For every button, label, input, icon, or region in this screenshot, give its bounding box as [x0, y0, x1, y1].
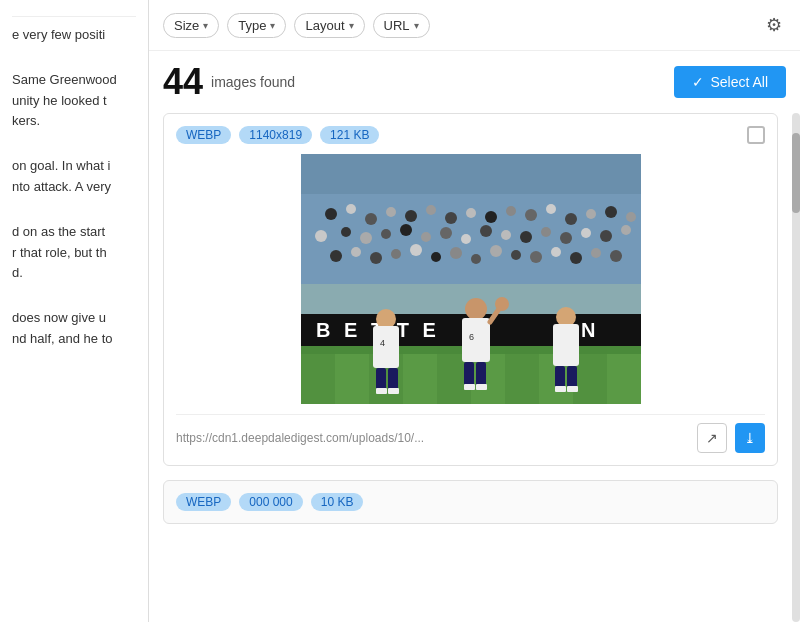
svg-rect-55 [505, 344, 539, 404]
scroll-area[interactable]: WEBP 1140x819 121 KB [149, 113, 792, 622]
webp-badge: WEBP [176, 126, 231, 144]
svg-point-4 [346, 204, 356, 214]
url-chevron-icon: ▾ [414, 20, 419, 31]
svg-point-67 [465, 298, 487, 320]
svg-point-33 [600, 230, 612, 242]
count-label: images found [211, 74, 295, 90]
svg-rect-75 [476, 384, 487, 390]
svg-point-29 [520, 231, 532, 243]
svg-point-37 [370, 252, 382, 264]
svg-point-3 [325, 208, 337, 220]
settings-button[interactable]: ⚙ [762, 10, 786, 40]
svg-point-23 [400, 224, 412, 236]
type-chevron-icon: ▾ [270, 20, 275, 31]
gear-icon: ⚙ [766, 15, 782, 35]
svg-text:N: N [581, 319, 595, 341]
count-bar: 44 images found ✓ Select All [149, 51, 800, 113]
dimensions-badge: 1140x819 [239, 126, 312, 144]
layout-filter-btn[interactable]: Layout ▾ [294, 13, 364, 38]
svg-point-9 [445, 212, 457, 224]
svg-point-8 [426, 205, 436, 215]
image-card-1: WEBP 1140x819 121 KB [163, 113, 778, 466]
svg-point-46 [551, 247, 561, 257]
svg-point-48 [591, 248, 601, 258]
external-link-icon: ↗ [706, 430, 718, 446]
svg-point-41 [450, 247, 462, 259]
svg-point-15 [565, 213, 577, 225]
svg-rect-61 [373, 326, 399, 368]
svg-text:6: 6 [469, 332, 474, 342]
select-checkbox[interactable] [747, 126, 765, 144]
left-text-4: d on as the startr that role, but thd. [12, 222, 136, 284]
svg-point-31 [560, 232, 572, 244]
svg-rect-71 [476, 362, 486, 386]
svg-rect-80 [555, 386, 566, 392]
size-filter-label: Size [174, 18, 199, 33]
svg-point-49 [610, 250, 622, 262]
image-card-2: WEBP 000 000 10 KB [163, 480, 778, 524]
select-all-button[interactable]: ✓ Select All [674, 66, 786, 98]
download-button[interactable]: ⤓ [735, 423, 765, 453]
football-image: B E T T E N 4 6 [301, 154, 641, 404]
svg-point-73 [495, 297, 509, 311]
checkbox-square[interactable] [747, 126, 765, 144]
svg-point-42 [471, 254, 481, 264]
svg-point-12 [506, 206, 516, 216]
type-filter-btn[interactable]: Type ▾ [227, 13, 286, 38]
svg-point-34 [621, 225, 631, 235]
scrollbar[interactable] [792, 113, 800, 622]
open-url-button[interactable]: ↗ [697, 423, 727, 453]
layout-filter-label: Layout [305, 18, 344, 33]
next-size-badge: 10 KB [311, 493, 364, 511]
svg-point-45 [530, 251, 542, 263]
layout-chevron-icon: ▾ [349, 20, 354, 31]
svg-point-20 [341, 227, 351, 237]
svg-point-22 [381, 229, 391, 239]
svg-point-17 [605, 206, 617, 218]
size-badge: 121 KB [320, 126, 379, 144]
left-text-2: Same Greenwoodunity he looked tkers. [12, 70, 136, 132]
left-panel: e very few positi Same Greenwoodunity he… [0, 0, 148, 622]
svg-point-39 [410, 244, 422, 256]
next-dimensions-badge: 000 000 [239, 493, 302, 511]
svg-point-21 [360, 232, 372, 244]
svg-point-11 [485, 211, 497, 223]
svg-point-6 [386, 207, 396, 217]
svg-point-35 [330, 250, 342, 262]
svg-point-10 [466, 208, 476, 218]
left-text-5: does now give und half, and he to [12, 308, 136, 350]
svg-text:4: 4 [380, 338, 385, 348]
svg-point-30 [541, 227, 551, 237]
download-icon: ⤓ [744, 430, 756, 446]
image-card-header: WEBP 1140x819 121 KB [176, 126, 765, 144]
size-filter-btn[interactable]: Size ▾ [163, 13, 219, 38]
svg-point-13 [525, 209, 537, 221]
svg-rect-68 [462, 318, 490, 362]
svg-rect-78 [555, 366, 565, 388]
svg-point-36 [351, 247, 361, 257]
scrollbar-thumb[interactable] [792, 133, 800, 213]
svg-rect-77 [553, 324, 579, 366]
select-all-label: Select All [710, 74, 768, 90]
svg-rect-52 [301, 344, 335, 404]
svg-rect-81 [567, 386, 578, 392]
svg-point-14 [546, 204, 556, 214]
url-filter-btn[interactable]: URL ▾ [373, 13, 430, 38]
svg-point-24 [421, 232, 431, 242]
svg-point-5 [365, 213, 377, 225]
svg-point-44 [511, 250, 521, 260]
check-icon: ✓ [692, 74, 704, 90]
svg-point-18 [626, 212, 636, 222]
svg-point-25 [440, 227, 452, 239]
url-filter-label: URL [384, 18, 410, 33]
svg-point-40 [431, 252, 441, 262]
svg-point-27 [480, 225, 492, 237]
svg-point-28 [501, 230, 511, 240]
left-text-3: on goal. In what into attack. A very [12, 156, 136, 198]
svg-point-38 [391, 249, 401, 259]
image-preview: B E T T E N 4 6 [176, 154, 765, 404]
svg-point-7 [405, 210, 417, 222]
image-count: 44 [163, 61, 203, 103]
size-chevron-icon: ▾ [203, 20, 208, 31]
next-webp-badge: WEBP [176, 493, 231, 511]
